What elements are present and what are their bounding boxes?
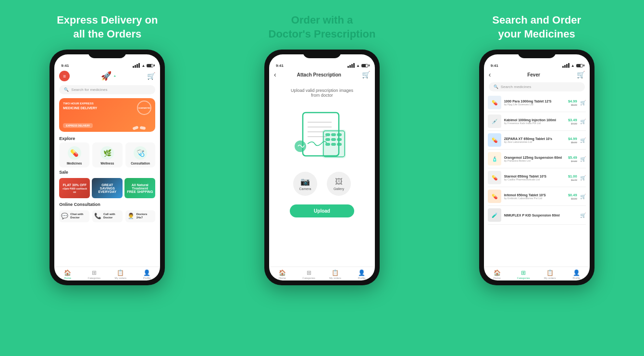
home-icon-2: 🏠: [279, 269, 286, 276]
med-cart-3[interactable]: 🛒: [580, 156, 586, 162]
search-bar-1[interactable]: 🔍 Search for medicines: [59, 85, 155, 94]
med-info-3: Orangemol 125mg Suspension 60ml by Panac…: [504, 156, 565, 162]
sale-card-1[interactable]: FLAT 30% OFF+Upto ₹600 cashback on: [59, 178, 90, 198]
med-cart-0[interactable]: 🛒: [580, 100, 586, 105]
panel3-title: Search and Orderyour Medicines: [492, 13, 581, 41]
prescription-header: ‹ Attach Prescription 🛒: [269, 69, 375, 80]
back-btn-3[interactable]: ‹: [489, 71, 491, 78]
med-cart-4[interactable]: 🛒: [580, 175, 586, 180]
nav-profile-3[interactable]: 👤 Profile: [563, 269, 590, 280]
nav-categories-3[interactable]: ⊞ Categories: [510, 269, 537, 280]
app-header-1: ≡ 🚀 + 🛒: [54, 69, 160, 83]
med-info-5: Infemol 650mg Tablet 10'S by Embiotic La…: [504, 193, 565, 200]
pills-decor: [133, 127, 146, 129]
med-name-6: NIMUFLEX P KID Suspension 60ml: [504, 214, 577, 217]
home-label-3: Home: [494, 277, 501, 280]
med-cart-2[interactable]: 🛒: [580, 138, 586, 143]
camera-icon: 📷: [300, 177, 310, 186]
medicine-item-4[interactable]: 💊 Starmol 650mg Tablet 10'S by Cadila Ph…: [488, 168, 586, 187]
explore-consultation[interactable]: 🩺 Consultation: [125, 142, 156, 167]
cart-icon-3[interactable]: 🛒: [577, 71, 585, 78]
svg-rect-11: [331, 138, 336, 141]
med-company-3: by Panacea Biotec Ltd: [504, 159, 565, 162]
explore-medicines[interactable]: 💊 Medicines: [59, 142, 89, 167]
med-info-4: Starmol 650mg Tablet 10'S by Cadila Phar…: [504, 175, 565, 181]
med-cart-1[interactable]: 🛒: [580, 119, 586, 124]
upload-text: Upload valid prescription imagesfrom doc…: [291, 88, 353, 98]
nav-home-3[interactable]: 🏠 Home: [484, 269, 510, 280]
med-price-current-1: $3.49: [568, 118, 577, 122]
sale-text-2: GREATSAVINGSEVERYDAY: [97, 181, 119, 195]
phone1-notch: [88, 50, 126, 58]
med-img-2: 💊: [488, 133, 501, 147]
search-placeholder-1: Search for medicines: [71, 88, 107, 92]
home-label-2: Home: [279, 277, 286, 280]
phone3-notch: [518, 50, 556, 58]
promo-banner-1[interactable]: TWO HOUR EXPRESS MEDICINE DELIVERY GUARA…: [59, 98, 155, 132]
prescription-title: Attach Prescription: [297, 72, 341, 77]
camera-option[interactable]: 📷 Camera: [293, 172, 317, 196]
sale-card-3[interactable]: All NaturalTreatmentFREE SHIPPING: [124, 178, 155, 198]
orders-label-3: My orders: [544, 277, 556, 280]
nav-orders-1[interactable]: 📋 My orders: [107, 269, 134, 280]
medicine-item-1[interactable]: 💉 Kabimol 1000mg Injection 100ml by Fres…: [488, 112, 586, 131]
nav-orders-3[interactable]: 📋 My orders: [537, 269, 563, 280]
med-cart-5[interactable]: 🛒: [580, 194, 586, 199]
medicines-icon: 💊: [68, 146, 81, 160]
app-logo-1: ≡: [59, 71, 70, 81]
search-bar-3[interactable]: 🔍 Search medicines: [489, 82, 585, 91]
profile-icon-3: 👤: [573, 269, 580, 276]
cart-icon-1[interactable]: 🛒: [147, 72, 155, 80]
svg-rect-14: [331, 143, 336, 146]
consultation-icon: 🩺: [134, 146, 147, 160]
nav-orders-2[interactable]: 📋 My orders: [322, 269, 348, 280]
medicine-item-5[interactable]: 💊 Infemol 650mg Tablet 10'S by Embiotic …: [488, 187, 586, 206]
consult-call[interactable]: 📞 Call withDoctor: [92, 210, 123, 222]
explore-wellness[interactable]: 🌿 Wellness: [92, 142, 123, 167]
med-img-5: 💊: [488, 190, 501, 203]
profile-icon-1: 👤: [143, 269, 150, 276]
brand-name: +: [113, 74, 116, 78]
medicine-item-3[interactable]: 🧴 Orangemol 125mg Suspension 60ml by Pan…: [488, 150, 586, 168]
med-name-0: 1000 Para 1000mg Tablet 12'S: [504, 100, 565, 103]
categories-icon-2: ⊞: [307, 269, 311, 276]
med-img-4: 💊: [488, 171, 501, 184]
sale-card-2[interactable]: GREATSAVINGSEVERYDAY: [92, 178, 123, 198]
time-1: 9:41: [61, 64, 69, 68]
prescription-illustration: [291, 105, 353, 163]
nav-home-2[interactable]: 🏠 Home: [269, 269, 296, 280]
med-price-old-2: $5.99: [568, 141, 577, 144]
medicine-item-0[interactable]: 💊 1000 Para 1000mg Tablet 12'S by Rpg Li…: [488, 93, 586, 112]
svg-rect-8: [331, 133, 336, 136]
nav-categories-1[interactable]: ⊞ Categories: [81, 269, 107, 280]
medicine-item-2[interactable]: 💊 ZEPARA XT 650mg Tablet 10's by Zee Lab…: [488, 131, 586, 150]
med-company-2: by Zee Laboratories Ltd: [504, 140, 565, 143]
med-cart-6[interactable]: 🛒: [580, 213, 586, 218]
nav-profile-2[interactable]: 👤 Profile: [348, 269, 375, 280]
home-icon-3: 🏠: [494, 269, 501, 276]
back-btn-2[interactable]: ‹: [274, 71, 276, 78]
sale-text-1: FLAT 30% OFF+Upto ₹600 cashback on: [59, 181, 90, 195]
consult-chat[interactable]: 💬 Chat withDoctor: [59, 210, 89, 222]
phone2-notch: [303, 50, 341, 58]
orders-icon-3: 📋: [546, 269, 554, 276]
medicine-item-6[interactable]: 🧪 NIMUFLEX P KID Suspension 60ml 🛒: [488, 206, 586, 225]
phone1-screen: 9:41 ▲ ≡ 🚀 +: [54, 54, 160, 280]
gallery-option[interactable]: 🖼 Gallery: [327, 172, 351, 196]
cart-icon-2[interactable]: 🛒: [362, 71, 370, 78]
chat-text: Chat withDoctor: [70, 213, 83, 219]
nav-home-1[interactable]: 🏠 Home: [54, 269, 81, 280]
nav-categories-2[interactable]: ⊞ Categories: [296, 269, 322, 280]
chat-icon: 💬: [61, 213, 68, 219]
svg-rect-12: [337, 138, 342, 141]
profile-icon-2: 👤: [358, 269, 365, 276]
nav-profile-1[interactable]: 👤 Profile: [134, 269, 160, 280]
upload-button[interactable]: Upload: [290, 204, 354, 217]
consult-doctors[interactable]: 👨‍⚕️ Doctors24x7: [125, 210, 156, 222]
signal-3: [562, 63, 570, 68]
consult-title: Online Consultation: [59, 202, 155, 208]
status-icons-2: ▲: [347, 63, 368, 68]
sale-title: Sale: [54, 167, 160, 176]
wifi-1: ▲: [141, 64, 145, 68]
med-info-1: Kabimol 1000mg Injection 100ml by Fresen…: [504, 118, 565, 125]
